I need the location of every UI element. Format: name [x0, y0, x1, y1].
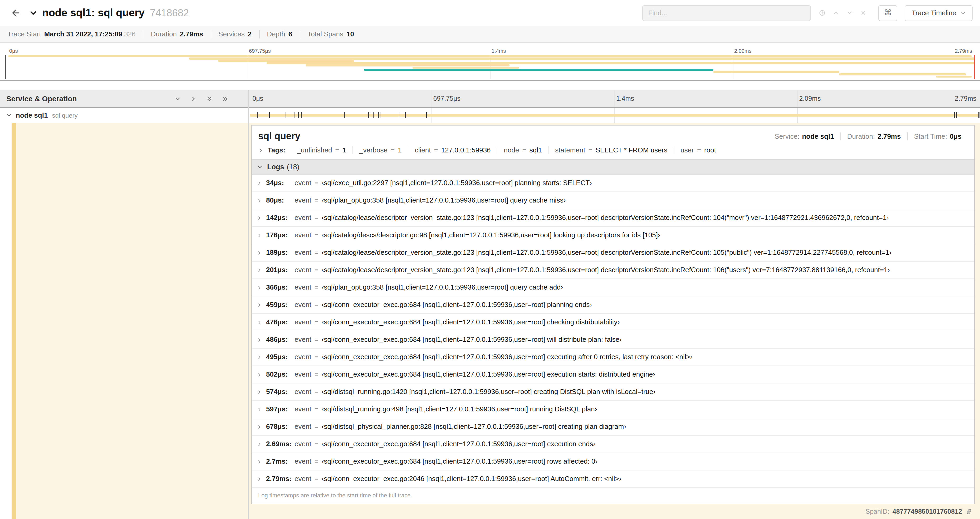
focus-match-icon: [819, 10, 826, 16]
collapse-one-button[interactable]: [173, 91, 182, 107]
next-match-button[interactable]: [843, 5, 856, 21]
trace-timeline-dropdown[interactable]: Trace Timeline: [905, 5, 973, 21]
log-field-key: event: [294, 405, 312, 414]
log-field-key: event: [294, 370, 312, 379]
trace-collapse-toggle[interactable]: [30, 9, 37, 17]
minimap-span-bar: [267, 62, 975, 64]
log-entry-row[interactable]: 2.69ms: event = ‹sql/conn_executor_exec.…: [252, 436, 974, 453]
trace-summary-bar: Trace Start March 31 2022, 17:25:09.326 …: [0, 26, 980, 43]
log-timestamp: 495μs:: [266, 353, 294, 361]
trace-id: 7418682: [150, 7, 189, 18]
equals-sign: =: [315, 231, 318, 240]
span-duration-bar[interactable]: [250, 114, 979, 117]
chevron-right-icon: [257, 216, 262, 220]
span-row[interactable]: node sql1 sql query: [0, 108, 980, 123]
trace-timeline-dropdown-label: Trace Timeline: [912, 9, 956, 17]
summary-label: Duration: [151, 30, 177, 38]
prev-match-button[interactable]: [829, 5, 843, 21]
tags-row[interactable]: Tags: _unfinished = 1 _verbose = 1: [252, 146, 974, 159]
collapse-all-button[interactable]: [205, 91, 213, 107]
log-entry-row[interactable]: 201μs: event = ‹sql/catalog/lease/descri…: [252, 262, 974, 279]
minimap-right-scrubber[interactable]: [974, 55, 975, 79]
command-icon: ⌘: [884, 9, 892, 17]
timeline-section: Service & Operation: [0, 81, 980, 519]
service-operation-title: Service & Operation: [6, 94, 173, 103]
log-entry-row[interactable]: 366μs: event = ‹sql/plan_opt.go:358 [nsq…: [252, 279, 974, 296]
log-timestamp: 678μs:: [266, 423, 294, 431]
span-row-name-column[interactable]: node sql1 sql query: [0, 108, 248, 123]
log-entry-row[interactable]: 142μs: event = ‹sql/catalog/lease/descri…: [252, 209, 974, 227]
tag-value: root: [704, 146, 716, 154]
find-input[interactable]: [642, 5, 811, 21]
expand-all-button[interactable]: [221, 91, 229, 107]
minimap-left-scrubber[interactable]: [5, 55, 6, 79]
log-entry-row[interactable]: 678μs: event = ‹sql/distsql_physical_pla…: [252, 418, 974, 436]
log-entry-row[interactable]: 502μs: event = ‹sql/conn_executor_exec.g…: [252, 366, 974, 383]
timeline-ruler: 0μs 697.75μs 1.4ms 2.09ms 2.79ms: [248, 90, 980, 107]
log-entry-row[interactable]: 34μs: event = ‹sql/exec_util.go:2297 [ns…: [252, 174, 974, 192]
log-entry-row[interactable]: 176μs: event = ‹sql/catalog/descs/descri…: [252, 227, 974, 244]
log-marker-tick: [257, 112, 258, 118]
clear-find-button[interactable]: [856, 5, 870, 21]
chevron-right-icon: [257, 424, 262, 429]
span-id-row: SpanID: 4877749850101760812: [865, 508, 973, 515]
summary-item: Depth 6: [259, 30, 299, 38]
chevron-right-icon: [257, 285, 262, 290]
log-marker-tick: [373, 112, 374, 118]
log-marker-tick: [369, 112, 369, 118]
chevron-right-icon: [257, 459, 262, 464]
log-field-key: event: [294, 301, 312, 309]
log-marker-tick: [380, 112, 381, 118]
trace-timeline-page: node sql1: sql query7418682 ⌘ Trace Time…: [0, 0, 980, 519]
log-field-value: ‹sql/conn_executor_exec.go:684 [nsql1,cl…: [322, 335, 622, 344]
log-field-key: event: [294, 457, 312, 466]
ruler-tick-label: 697.75μs: [431, 90, 463, 107]
log-entry-row[interactable]: 2.7ms: event = ‹sql/conn_executor_exec.g…: [252, 453, 974, 471]
span-meta-value: 2.79ms: [878, 133, 901, 140]
log-marker-tick: [426, 112, 427, 118]
summary-item: Trace Start March 31 2022, 17:25:09.326: [7, 30, 143, 38]
back-button[interactable]: [7, 5, 23, 21]
span-meta-item: Duration: 2.79ms: [840, 133, 907, 140]
log-entry-row[interactable]: 486μs: event = ‹sql/conn_executor_exec.g…: [252, 331, 974, 349]
log-timestamp: 2.79ms:: [266, 475, 294, 483]
tag-item: node = sql1: [497, 146, 549, 154]
chevron-down-icon[interactable]: [6, 113, 11, 118]
trace-minimap[interactable]: 0μs 697.75μs 1.4ms 2.09ms 2.79ms: [0, 43, 980, 81]
chevron-down-icon: [961, 10, 966, 16]
log-entry-row[interactable]: 459μs: event = ‹sql/conn_executor_exec.g…: [252, 296, 974, 314]
tags-label: Tags:: [268, 146, 285, 154]
log-field-value: ‹sql/conn_executor_exec.go:684 [nsql1,cl…: [322, 301, 592, 309]
chevron-right-icon: [257, 355, 262, 359]
minimap-canvas[interactable]: [5, 55, 975, 79]
summary-label: Depth: [267, 30, 285, 38]
minimap-tick-label: 2.79ms: [953, 48, 974, 54]
span-id-value: 4877749850101760812: [892, 508, 962, 515]
logs-header[interactable]: Logs (18): [252, 159, 974, 174]
span-color-stripe: [11, 123, 16, 519]
span-meta-label: Service:: [775, 133, 799, 140]
chevron-right-icon: [257, 250, 262, 255]
chevron-right-icon: [257, 372, 262, 377]
log-entry-row[interactable]: 476μs: event = ‹sql/conn_executor_exec.g…: [252, 314, 974, 331]
log-entry-row[interactable]: 80μs: event = ‹sql/plan_opt.go:358 [nsql…: [252, 192, 974, 209]
log-field-value: ‹sql/conn_executor_exec.go:684 [nsql1,cl…: [322, 457, 598, 466]
column-divider[interactable]: [248, 90, 249, 519]
keyboard-shortcuts-button[interactable]: ⌘: [878, 5, 897, 21]
equals-sign: =: [315, 457, 318, 466]
log-entry-row[interactable]: 495μs: event = ‹sql/conn_executor_exec.g…: [252, 349, 974, 366]
log-entry-row[interactable]: 189μs: event = ‹sql/catalog/lease/descri…: [252, 244, 974, 262]
link-icon[interactable]: [965, 508, 973, 515]
double-chevron-down-icon: [206, 96, 212, 102]
focus-match-button[interactable]: [815, 5, 829, 21]
minimap-span-bar: [218, 60, 354, 62]
expand-one-button[interactable]: [189, 91, 197, 107]
log-marker-tick: [954, 112, 955, 118]
chevron-down-icon: [30, 9, 37, 17]
log-entry-row[interactable]: 574μs: event = ‹sql/distsql_running.go:1…: [252, 383, 974, 401]
log-entry-row[interactable]: 597μs: event = ‹sql/distsql_running.go:4…: [252, 401, 974, 418]
equals-sign: =: [315, 248, 318, 257]
log-entry-row[interactable]: 2.79ms: event = ‹sql/conn_executor_exec.…: [252, 471, 974, 488]
log-timestamp: 176μs:: [266, 231, 294, 240]
span-row-track[interactable]: [248, 108, 980, 123]
